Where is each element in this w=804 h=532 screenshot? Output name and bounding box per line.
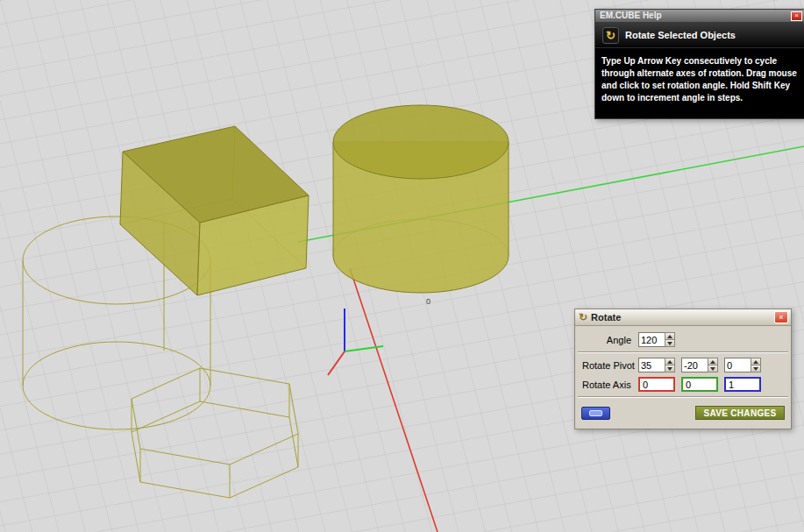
angle-input[interactable]	[638, 332, 665, 347]
save-changes-button[interactable]: SAVE CHANGES	[695, 406, 785, 420]
rotate-axis-label: Rotate Axis	[580, 379, 638, 390]
rotate-pivot-row: Rotate Pivot	[575, 358, 791, 372]
rotate-dialog-icon: ↻	[579, 312, 587, 323]
spin-down-icon	[753, 367, 758, 371]
pivot-x-spin-down-button[interactable]	[665, 365, 675, 372]
help-window: EM.CUBE Help × ↻ Rotate Selected Objects…	[594, 9, 804, 119]
rotate-close-button[interactable]: ×	[774, 311, 788, 323]
pivot-y-spin-up-button[interactable]	[708, 358, 718, 365]
help-close-button[interactable]: ×	[791, 11, 802, 21]
angle-row: Angle	[575, 332, 791, 347]
spin-down-icon	[667, 367, 672, 371]
close-icon: ×	[779, 314, 783, 322]
3d-viewport[interactable]: 0 EM.CUBE Help × ↻ Rotate Selected Objec…	[0, 0, 804, 532]
help-heading: Rotate Selected Objects	[625, 30, 736, 40]
help-window-titlebar[interactable]: EM.CUBE Help ×	[595, 10, 804, 23]
divider	[578, 351, 788, 353]
link-tool-button[interactable]	[581, 407, 610, 420]
pivot-z-stepper	[724, 358, 761, 372]
dialog-buttons-row: SAVE CHANGES	[575, 402, 791, 420]
spin-down-icon	[710, 367, 715, 371]
spin-up-icon	[753, 360, 758, 364]
rotate-dialog-title: Rotate	[591, 313, 771, 323]
pivot-z-spin-down-button[interactable]	[751, 365, 761, 372]
rotate-axis-row: Rotate Axis	[575, 377, 791, 392]
help-header: ↻ Rotate Selected Objects	[595, 23, 804, 48]
pivot-z-input[interactable]	[724, 358, 751, 372]
spin-up-icon	[667, 335, 672, 338]
angle-label: Angle	[580, 335, 638, 345]
angle-spin-down-button[interactable]	[665, 340, 675, 347]
rotate-pivot-label: Rotate Pivot	[580, 360, 638, 371]
spin-down-icon	[667, 342, 672, 345]
divider	[578, 396, 788, 398]
rotate-objects-icon: ↻	[602, 27, 619, 44]
help-body-text: Type Up Arrow Key consecutively to cycle…	[595, 48, 804, 118]
pivot-y-stepper	[681, 358, 718, 372]
squares-icon	[589, 410, 602, 416]
pivot-y-spin-down-button[interactable]	[708, 365, 718, 372]
axis-y-input[interactable]	[681, 377, 718, 392]
axis-x-input[interactable]	[638, 377, 675, 392]
cylinder-object[interactable]	[333, 105, 509, 293]
pivot-x-stepper	[638, 358, 675, 372]
angle-spin-up-button[interactable]	[665, 332, 675, 340]
spin-up-icon	[710, 360, 715, 364]
close-icon: ×	[794, 12, 799, 19]
pivot-x-spin-up-button[interactable]	[665, 358, 675, 365]
help-window-title: EM.CUBE Help	[600, 11, 791, 20]
rotate-glyph: ↻	[606, 29, 615, 42]
axis-z-input[interactable]	[724, 377, 761, 392]
rotate-dialog-titlebar[interactable]: ↻ Rotate ×	[575, 309, 791, 326]
angle-stepper	[638, 332, 675, 347]
spin-up-icon	[667, 360, 672, 364]
help-window-body: ↻ Rotate Selected Objects Type Up Arrow …	[595, 23, 804, 118]
rotate-dialog: ↻ Rotate × Angle Rotate Pivot	[574, 309, 792, 429]
pivot-x-input[interactable]	[638, 358, 665, 372]
origin-label: 0	[426, 297, 430, 306]
pivot-y-input[interactable]	[681, 358, 708, 372]
pivot-z-spin-up-button[interactable]	[751, 358, 761, 365]
